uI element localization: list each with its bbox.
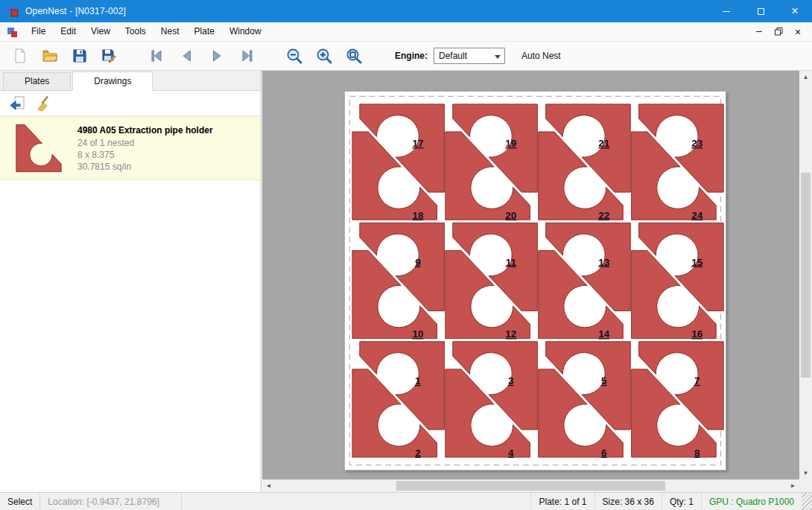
status-bar: Select Location: [-0.9437, 21.8796] Plat… (0, 492, 812, 510)
part-number: 18 (412, 210, 424, 221)
drawings-toolbar (0, 91, 261, 116)
mdi-close-button[interactable]: × (788, 24, 808, 40)
new-file-icon (11, 47, 29, 65)
save-button[interactable] (69, 45, 91, 67)
plate[interactable]: 171819202122232491011121314151612345678 (344, 91, 726, 471)
save-edit-icon (101, 47, 118, 65)
go-previous-button[interactable] (176, 45, 198, 67)
part-number: 2 (415, 447, 421, 459)
menu-tools[interactable]: Tools (118, 22, 153, 42)
part-number: 5 (601, 375, 607, 386)
part-number: 9 (415, 257, 421, 268)
close-button[interactable]: × (778, 0, 812, 22)
part-number: 14 (598, 328, 610, 340)
menu-edit[interactable]: Edit (53, 22, 83, 42)
part-number: 7 (694, 375, 700, 386)
status-spacer (182, 493, 530, 510)
scroll-up-arrow[interactable]: ▲ (799, 71, 812, 83)
system-menu-icon[interactable] (7, 26, 19, 38)
sidebar-tabstrip: Plates Drawings (0, 71, 261, 91)
go-first-button[interactable] (146, 45, 168, 67)
window-title: OpenNest - [N0317-002] (25, 6, 126, 16)
open-folder-icon (41, 47, 59, 65)
go-last-button[interactable] (235, 45, 258, 67)
part-number: 17 (412, 138, 423, 149)
menu-file[interactable]: File (24, 22, 53, 42)
zoom-fit-icon (345, 47, 363, 65)
scrollbar-corner (799, 479, 812, 492)
zoom-in-button[interactable] (313, 45, 335, 67)
return-part-button[interactable] (6, 93, 28, 114)
close-icon: × (791, 5, 798, 17)
nest-canvas[interactable]: 171819202122232491011121314151612345678 … (262, 71, 812, 492)
vertical-scrollbar[interactable]: ▲ ▼ (799, 71, 812, 479)
zoom-fit-button[interactable] (343, 45, 365, 67)
status-location: Location: [-0.9437, 21.8796] (40, 493, 182, 510)
zoom-out-icon (285, 47, 303, 65)
save-icon (71, 47, 89, 65)
part-number: 1 (415, 375, 421, 386)
maximize-button[interactable] (743, 0, 778, 22)
zoom-out-button[interactable] (283, 45, 305, 67)
chevron-down-icon (495, 55, 501, 59)
drawing-title: 4980 A05 Extraction pipe holder (77, 124, 213, 137)
menu-nest[interactable]: Nest (153, 22, 187, 42)
drawing-area: 30.7815 sq/in (77, 161, 213, 173)
part-number: 13 (598, 257, 609, 268)
go-next-button[interactable] (206, 45, 228, 67)
part-number: 15 (691, 257, 703, 268)
engine-select[interactable]: Default (434, 48, 505, 64)
tab-drawings[interactable]: Drawings (72, 71, 153, 91)
mdi-minimize-icon (756, 31, 762, 32)
auto-nest-button[interactable]: Auto Nest (521, 51, 561, 61)
horizontal-scrollbar[interactable]: ◄ ► (262, 479, 799, 492)
mdi-close-icon: × (795, 27, 801, 37)
drawing-item-text: 4980 A05 Extraction pipe holder 24 of 1 … (72, 124, 213, 173)
status-qty: Qty: 1 (662, 493, 701, 510)
go-first-icon (148, 47, 166, 65)
title-bar: OpenNest - [N0317-002] × (0, 0, 812, 22)
drawing-nested-count: 24 of 1 nested (77, 137, 213, 149)
drawing-list-item[interactable]: 4980 A05 Extraction pipe holder 24 of 1 … (0, 116, 261, 180)
sidebar: Plates Drawings 4980 A05 Extraction pipe… (0, 71, 261, 492)
menu-plate[interactable]: Plate (187, 22, 222, 42)
part-number: 22 (598, 210, 609, 221)
mdi-restore-icon (775, 28, 783, 36)
mdi-minimize-button[interactable] (749, 24, 769, 40)
part-number: 6 (601, 447, 607, 459)
part-number: 24 (691, 210, 703, 221)
statusbar-gpu: GPU : Quadro P1000 (701, 493, 802, 510)
scroll-down-arrow[interactable]: ▼ (799, 467, 812, 479)
app-icon (7, 5, 19, 17)
part-thumbnail (6, 121, 72, 175)
clean-button[interactable] (33, 93, 55, 114)
go-last-icon (238, 47, 256, 65)
vertical-scroll-thumb[interactable] (801, 173, 811, 377)
engine-label: Engine: (395, 51, 428, 61)
part-number: 12 (505, 328, 516, 340)
tab-plates[interactable]: Plates (3, 72, 71, 90)
menu-window[interactable]: Window (222, 22, 269, 42)
return-part-icon (8, 95, 26, 112)
resize-grip[interactable] (802, 493, 812, 510)
menu-view[interactable]: View (83, 22, 118, 42)
part-number: 19 (505, 138, 516, 149)
status-plate: Plate: 1 of 1 (530, 493, 594, 510)
main-toolbar: Engine: Default Auto Nest (0, 42, 812, 71)
minimize-button[interactable] (709, 0, 743, 22)
part-number: 16 (691, 328, 702, 340)
part-number: 11 (506, 257, 517, 268)
mdi-restore-button[interactable] (769, 24, 788, 40)
horizontal-scroll-thumb[interactable] (396, 481, 665, 491)
part-number: 10 (412, 328, 423, 340)
new-button[interactable] (9, 45, 31, 67)
minimize-icon (723, 11, 730, 12)
open-button[interactable] (39, 45, 61, 67)
scroll-right-arrow[interactable]: ► (787, 479, 799, 492)
save-edit-button[interactable] (98, 45, 121, 67)
scroll-left-arrow[interactable]: ◄ (262, 479, 275, 492)
part-number: 20 (505, 210, 516, 221)
part-number: 23 (691, 138, 702, 149)
drawing-size: 8 x 8.375 (77, 149, 213, 161)
broom-icon (35, 95, 53, 112)
